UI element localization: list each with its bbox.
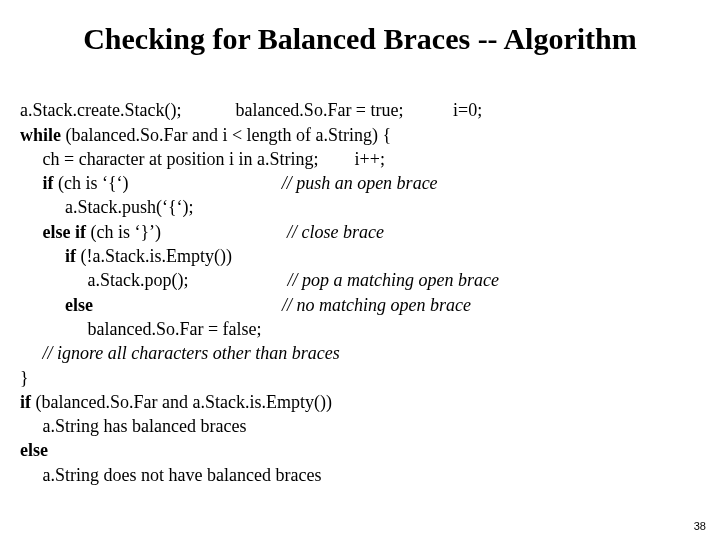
comment-ignore: // ignore all characters other than brac… [20,343,340,363]
algo-line-8: a.Stack.pop(); [20,270,287,290]
algo-line-13: (balanced.So.Far and a.Stack.is.Empty()) [31,392,332,412]
page-number: 38 [694,520,706,532]
algo-line-12: } [20,368,29,388]
comment-push: // push an open brace [282,173,438,193]
slide-title: Checking for Balanced Braces -- Algorith… [20,22,700,56]
algo-line-6: (ch is ‘}’) [86,222,287,242]
kw-if-2: if [20,246,76,266]
algo-line-2: (balanced.So.Far and i < length of a.Str… [61,125,391,145]
algo-line-1: a.Stack.create.Stack(); balanced.So.Far … [20,100,482,120]
algo-line-10: balanced.So.Far = false; [20,319,262,339]
kw-else-2: else [20,440,48,460]
algorithm-block: a.Stack.create.Stack(); balanced.So.Far … [20,74,700,487]
algo-line-14: a.String has balanced braces [20,416,246,436]
algo-line-4: (ch is ‘{‘) [54,173,282,193]
comment-nomatch: // no matching open brace [282,295,471,315]
comment-close: // close brace [287,222,384,242]
kw-elseif: else if [20,222,86,242]
comment-pop: // pop a matching open brace [287,270,498,290]
algo-line-7: (!a.Stack.is.Empty()) [76,246,232,266]
algo-line-5: a.Stack.push(‘{‘); [20,197,194,217]
algo-line-16: a.String does not have balanced braces [20,465,321,485]
kw-else-1: else [20,295,282,315]
kw-if-1: if [20,173,54,193]
kw-while: while [20,125,61,145]
algo-line-3: ch = character at position i in a.String… [20,149,385,169]
kw-if-3: if [20,392,31,412]
